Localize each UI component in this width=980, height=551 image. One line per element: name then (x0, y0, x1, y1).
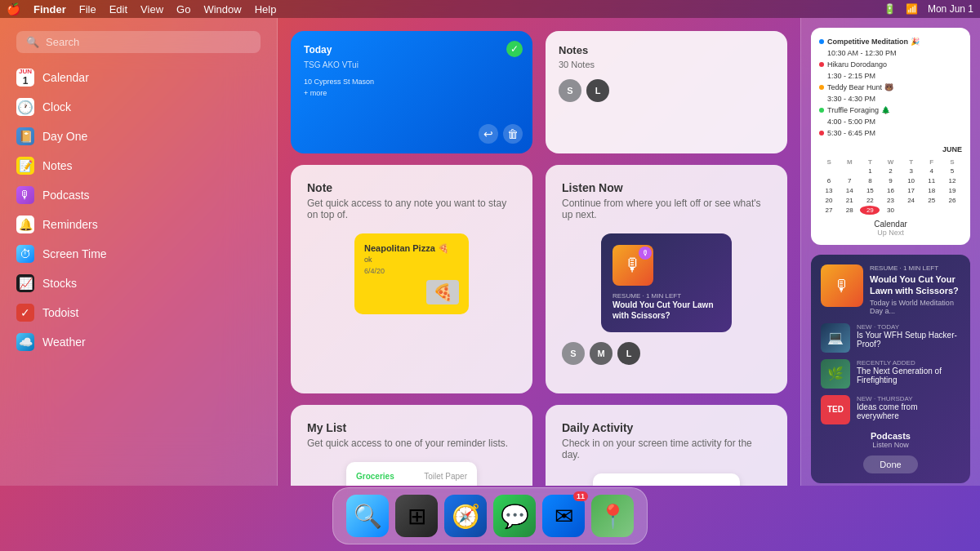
notes-app-icon: 📝 (16, 157, 34, 175)
today-header: Today (304, 44, 519, 56)
cal-empty-1 (819, 167, 839, 176)
dock-icon-messages[interactable]: 💬 (493, 495, 536, 537)
podcasts-app-icon: 🎙 (16, 186, 34, 204)
sidebar-item-podcasts[interactable]: 🎙 Podcasts (7, 180, 270, 210)
my-list-desc: Get quick access to one of your reminder… (307, 438, 516, 449)
calendar-events: Competitive Meditation 🎉 10:30 AM - 12:3… (819, 36, 962, 139)
cal-day-13: 13 (819, 186, 839, 195)
calendar-event-time-2: 1:30 - 2:15 PM (819, 70, 962, 82)
cal-day-6: 6 (819, 176, 839, 185)
dock-icon-launchpad[interactable]: ⊞ (395, 495, 438, 537)
sidebar-item-clock[interactable]: 🕐 Clock (7, 92, 270, 122)
cal-header-w: W (880, 158, 900, 166)
calendar-footer: Calendar Up Next (819, 220, 962, 237)
calendar-event-time-3: 3:30 - 4:30 PM (819, 93, 962, 104)
podcast-list-item-1[interactable]: 💻 NEW · TODAY Is Your WFH Setup Hacker-P… (821, 323, 960, 353)
menubar-window[interactable]: Window (203, 3, 241, 16)
cal-day-2: 2 (880, 167, 900, 176)
avatar-s: S (559, 79, 581, 102)
sidebar-item-todoist[interactable]: ✓ Todoist (7, 298, 270, 327)
my-list-card: Groceries Toilet Paper 6 Kombucha Rice +… (346, 462, 477, 486)
sidebar-item-dayone[interactable]: 📔 Day One (7, 122, 270, 151)
podcast-list-item-3[interactable]: TED NEW · THURSDAY Ideas come from every… (821, 395, 960, 424)
listen-now-card[interactable]: 🎙 🎙 RESUME · 1 MIN LEFT Would You Cut Yo… (601, 233, 732, 332)
widget-row-mid: Note Get quick access to any note you wa… (291, 165, 787, 393)
calendar-event-1: Competitive Meditation 🎉 (819, 36, 962, 47)
cal-day-30: 30 (880, 206, 900, 215)
today-trash-icon[interactable]: 🗑 (503, 124, 523, 144)
list-card-sidelabel: Toilet Paper (424, 472, 467, 481)
podcast-list-item-2[interactable]: 🌿 RECENTLY ADDED The Next Generation of … (821, 359, 960, 389)
menubar-wifi-icon: 📶 (906, 3, 918, 15)
dock-icon-maps[interactable]: 📍 (591, 495, 634, 537)
cal-day-24: 24 (902, 196, 921, 205)
search-bar[interactable]: 🔍 (16, 31, 261, 53)
menubar-app-name[interactable]: Finder (33, 3, 66, 16)
cal-day-1: 1 (860, 167, 880, 176)
calendar-widget: Competitive Meditation 🎉 10:30 AM - 12:3… (811, 28, 970, 245)
cal-day-26: 26 (942, 196, 962, 205)
cal-day-9: 9 (880, 176, 900, 185)
cal-day-16: 16 (880, 186, 900, 195)
dock-icon-mail[interactable]: ✉ 11 (542, 495, 585, 537)
sidebar-item-weather[interactable]: ☁️ Weather (7, 327, 270, 357)
menubar-file[interactable]: File (79, 3, 96, 16)
avatar-l: L (586, 79, 609, 102)
sidebar-item-reminders[interactable]: 🔔 Reminders (7, 210, 270, 239)
menubar-help[interactable]: Help (255, 3, 277, 16)
sidebar-item-screentime[interactable]: ⏱ Screen Time (7, 239, 270, 269)
listen-podcast-badge-icon: 🎙 (639, 247, 652, 260)
cal-header-s1: S (819, 158, 839, 166)
podcast-thumb-2: 🌿 (821, 359, 850, 389)
event-dot-orange (819, 85, 824, 90)
cal-header-s2: S (942, 158, 962, 166)
today-checkmark-icon: ✓ (506, 41, 523, 57)
cal-day-23: 23 (880, 196, 900, 205)
sidebar-label-notes: Notes (42, 159, 73, 172)
event-time-4: 4:00 - 5:00 PM (827, 118, 875, 126)
main-content: Today TSG AKO VTui 10 Cypress St Mason +… (278, 18, 800, 486)
cal-day-29-today: 29 (860, 206, 880, 215)
podcast-thumb-3: TED (821, 395, 850, 424)
today-reply-icon[interactable]: ↩ (479, 124, 498, 144)
sidebar-label-dayone: Day One (42, 130, 87, 143)
cal-day-22: 22 (860, 196, 880, 205)
menubar: 🍎 Finder File Edit View Go Window Help 🔋… (0, 0, 980, 18)
cal-day-27: 27 (819, 206, 839, 215)
cal-day-21: 21 (840, 196, 859, 205)
right-panel: Competitive Meditation 🎉 10:30 AM - 12:3… (800, 18, 980, 486)
dock-icon-safari[interactable]: 🧭 (444, 495, 487, 537)
note-card-date: 6/4/20 (364, 267, 459, 275)
listen-avatar-s: S (562, 342, 585, 365)
calendar-event-2: Hikaru Dorodango (819, 59, 962, 70)
apple-menu[interactable]: 🍎 (7, 2, 20, 16)
sidebar-item-calendar[interactable]: JUN1 Calendar (7, 63, 270, 92)
sidebar-item-notes[interactable]: 📝 Notes (7, 151, 270, 180)
dayone-app-icon: 📔 (16, 127, 34, 145)
podcast-album-icon: 🎙 (821, 264, 863, 307)
search-input[interactable] (46, 36, 251, 48)
list-card-category: Groceries (356, 472, 394, 481)
note-card-image: 🍕 (426, 280, 459, 304)
dock: 🔍 ⊞ 🧭 💬 ✉ 11 📍 (332, 487, 648, 544)
cal-day-20: 20 (819, 196, 839, 205)
sidebar-item-stocks[interactable]: 📈 Stocks (7, 269, 270, 298)
cal-day-19: 19 (942, 186, 962, 195)
done-button[interactable]: Done (863, 455, 917, 473)
list-card-header: Groceries Toilet Paper (356, 472, 467, 481)
note-widget-title: Note (307, 181, 516, 194)
event-dot-blue-1 (819, 39, 824, 44)
launchpad-icon: ⊞ (408, 503, 426, 530)
cal-day-5: 5 (942, 167, 962, 176)
todoist-app-icon: ✓ (16, 304, 34, 322)
cal-header-m: M (840, 158, 859, 166)
calendar-month: JUNE (942, 145, 962, 153)
menubar-view[interactable]: View (140, 3, 163, 16)
menubar-go[interactable]: Go (176, 3, 190, 16)
menubar-edit[interactable]: Edit (109, 3, 127, 16)
dock-icon-finder[interactable]: 🔍 (346, 495, 389, 537)
event-label-4: Truffle Foraging 🌲 (827, 106, 890, 114)
finder-icon: 🔍 (354, 503, 382, 530)
listen-card-title: Would You Cut Your Lawn with Scissors? (612, 300, 720, 321)
event-time-3: 3:30 - 4:30 PM (827, 95, 875, 103)
